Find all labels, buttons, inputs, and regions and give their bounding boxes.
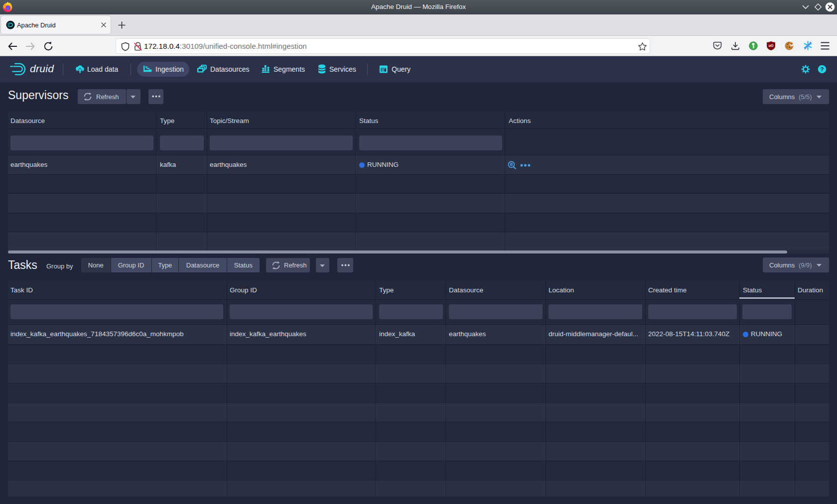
svg-text:?: ? [820, 66, 824, 72]
